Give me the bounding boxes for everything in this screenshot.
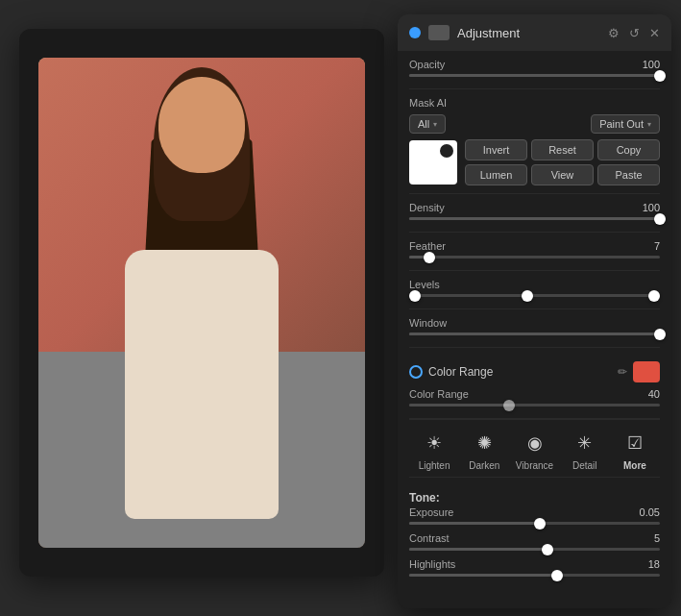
lumen-button[interactable]: Lumen [465, 164, 527, 185]
color-range-row: Color Range ✏ [409, 361, 660, 382]
view-button[interactable]: View [531, 164, 594, 185]
levels-thumb-mid[interactable] [522, 290, 533, 302]
invert-button[interactable]: Invert [465, 139, 527, 160]
mask-preview [409, 140, 457, 185]
panel-body: Opacity 100 Mask AI All ▾ Paint Out ▾ [398, 51, 671, 608]
highlights-row: Highlights 18 [409, 558, 660, 570]
exposure-value: 0.05 [640, 506, 660, 518]
vibrance-label: Vibrance [516, 460, 553, 471]
mask-ai-dropdowns: All ▾ Paint Out ▾ [409, 114, 660, 134]
color-swatch[interactable] [633, 361, 660, 382]
detail-label: Detail [572, 460, 597, 471]
mask-buttons: Invert Reset Copy Lumen View Paste [465, 139, 660, 185]
mask-preview-spot [440, 144, 453, 158]
tone-label: Tone: [409, 491, 440, 505]
eyedropper-icon[interactable]: ✏ [618, 365, 627, 379]
undo-icon[interactable]: ↺ [629, 26, 640, 40]
window-slider[interactable] [409, 333, 660, 335]
panel-titlebar: Adjustment ⚙ ↺ ✕ [398, 14, 671, 51]
window-row: Window [409, 317, 660, 329]
mask-btn-row-2: Lumen View Paste [465, 164, 660, 185]
tool-detail[interactable]: ✳ Detail [560, 430, 610, 471]
lighten-label: Lighten [419, 460, 450, 471]
chevron-down-icon: ▾ [433, 120, 437, 129]
darken-icon: ✺ [471, 430, 498, 456]
mask-btn-row-1: Invert Reset Copy [465, 139, 660, 160]
titlebar-thumb [428, 25, 450, 40]
titlebar-dot [409, 27, 421, 38]
color-range-section: Color Range ✏ Color Range 40 [409, 348, 660, 419]
feather-slider[interactable] [409, 256, 660, 259]
more-label: More [623, 460, 646, 471]
detail-icon: ✳ [572, 430, 598, 456]
highlights-slider[interactable] [409, 574, 660, 577]
opacity-row: Opacity 100 [409, 59, 660, 70]
color-range-sub-label: Color Range [409, 388, 469, 400]
mask-ai-section: Mask AI All ▾ Paint Out ▾ Invert [409, 89, 660, 194]
mask-controls: Invert Reset Copy Lumen View Paste [409, 139, 660, 185]
feather-label: Feather [409, 240, 446, 252]
contrast-value: 5 [654, 532, 660, 544]
density-label: Density [409, 202, 445, 213]
reset-button[interactable]: Reset [531, 139, 594, 160]
opacity-section: Opacity 100 [409, 51, 660, 89]
window-section: Window [409, 309, 660, 348]
opacity-label: Opacity [409, 59, 445, 70]
highlights-value: 18 [648, 558, 660, 570]
color-range-circle [409, 365, 423, 379]
exposure-label: Exposure [409, 506, 453, 518]
feather-row: Feather 7 [409, 240, 660, 252]
paint-out-dropdown[interactable]: Paint Out ▾ [591, 114, 660, 134]
person-head [158, 77, 245, 173]
tools-row: ☀ Lighten ✺ Darken ◉ Vibrance ✳ Detail ☑… [409, 419, 660, 478]
all-dropdown[interactable]: All ▾ [409, 114, 446, 134]
gear-icon[interactable]: ⚙ [608, 26, 620, 40]
tone-header: Tone: [409, 485, 660, 506]
exposure-row: Exposure 0.05 [409, 506, 660, 518]
chevron-down-icon-2: ▾ [647, 120, 651, 129]
density-slider[interactable] [409, 217, 660, 220]
vibrance-icon: ◉ [522, 430, 548, 456]
adjustment-panel: Adjustment ⚙ ↺ ✕ Opacity 100 Mask AI [398, 14, 671, 608]
contrast-label: Contrast [409, 532, 450, 544]
photo-image [38, 58, 365, 548]
feather-value: 7 [654, 240, 660, 252]
tone-section: Tone: Exposure 0.05 Contrast 5 [409, 478, 660, 588]
person-body [125, 250, 279, 519]
contrast-slider[interactable] [409, 548, 660, 551]
copy-button[interactable]: Copy [597, 139, 660, 160]
tool-vibrance[interactable]: ◉ Vibrance [509, 430, 559, 471]
density-section: Density 100 [409, 194, 660, 233]
highlights-label: Highlights [409, 558, 455, 570]
color-range-label: Color Range [428, 365, 612, 379]
color-range-value: 40 [648, 388, 660, 400]
levels-label: Levels [409, 279, 440, 290]
more-icon: ☑ [621, 430, 648, 456]
lighten-icon: ☀ [421, 430, 448, 456]
opacity-slider[interactable] [409, 74, 660, 77]
mask-ai-header: Mask AI [409, 97, 660, 109]
window-label: Window [409, 317, 447, 329]
tool-lighten[interactable]: ☀ Lighten [409, 430, 459, 471]
exposure-slider[interactable] [409, 522, 660, 525]
mask-ai-label: Mask AI [409, 97, 447, 109]
opacity-value: 100 [643, 59, 660, 70]
paste-button[interactable]: Paste [597, 164, 660, 185]
color-range-sub-row: Color Range 40 [409, 388, 660, 400]
density-value: 100 [643, 202, 660, 213]
tool-more[interactable]: ☑ More [610, 430, 660, 471]
levels-section: Levels [409, 271, 660, 309]
close-icon[interactable]: ✕ [649, 26, 660, 40]
levels-row: Levels [409, 279, 660, 290]
contrast-row: Contrast 5 [409, 532, 660, 544]
darken-label: Darken [469, 460, 499, 471]
tool-darken[interactable]: ✺ Darken [459, 430, 509, 471]
levels-slider[interactable] [409, 294, 660, 297]
panel-title: Adjustment [457, 26, 600, 40]
density-row: Density 100 [409, 202, 660, 213]
levels-thumb-right[interactable] [648, 290, 660, 302]
feather-section: Feather 7 [409, 233, 660, 271]
photo-area [19, 29, 384, 577]
levels-thumb-left[interactable] [409, 290, 421, 302]
color-range-slider[interactable] [409, 404, 660, 407]
